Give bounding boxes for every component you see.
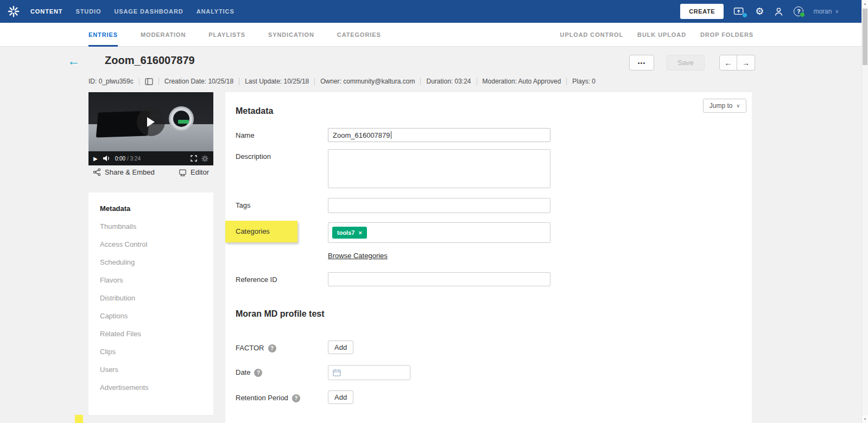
section-item-flavors[interactable]: Flavors: [88, 271, 213, 289]
reference-id-row: Reference ID: [236, 272, 741, 286]
clock-digits: [178, 120, 189, 124]
factor-help-icon[interactable]: ?: [268, 344, 276, 352]
upload-monitor-icon[interactable]: [733, 7, 745, 16]
section-item-advertisements[interactable]: Advertisements: [88, 379, 213, 396]
tab-categories[interactable]: CATEGORIES: [337, 23, 381, 47]
scrollbar-track[interactable]: [862, 8, 868, 415]
retention-add-button[interactable]: Add: [328, 390, 353, 404]
tags-input[interactable]: [328, 198, 550, 213]
top-navigation: CONTENT STUDIO USAGE DASHBOARD ANALYTICS…: [0, 0, 868, 23]
section-item-scheduling[interactable]: Scheduling: [88, 253, 213, 271]
link-upload-control[interactable]: UPLOAD CONTROL: [560, 31, 623, 38]
browse-categories-link[interactable]: Browse Categories: [328, 252, 388, 260]
current-time: 0:00: [115, 156, 125, 162]
creation-date: Creation Date: 10/25/18: [159, 78, 239, 85]
user-menu[interactable]: moran ∨: [813, 8, 839, 15]
tab-syndication[interactable]: SYNDICATION: [268, 23, 314, 47]
highlight-fragment: [75, 415, 83, 423]
kaltura-logo-icon[interactable]: [7, 4, 21, 18]
name-value: Zoom_616007879: [333, 131, 390, 139]
jump-to-button[interactable]: Jump to ∨: [703, 99, 746, 113]
description-input[interactable]: [328, 149, 550, 188]
reference-id-input[interactable]: [328, 272, 550, 286]
chip-close-icon[interactable]: ×: [358, 229, 362, 236]
calendar-icon: [333, 369, 341, 376]
link-bulk-upload[interactable]: BULK UPLOAD: [637, 31, 686, 38]
upload-badge: [742, 12, 747, 18]
content-sub-navigation: ENTRIES MODERATION PLAYLISTS SYNDICATION…: [0, 23, 868, 47]
volume-icon[interactable]: [103, 155, 110, 162]
section-item-clips[interactable]: Clips: [88, 343, 213, 361]
last-update: Last Update: 10/25/18: [239, 78, 314, 85]
date-row: Date ?: [236, 365, 741, 380]
next-entry-button[interactable]: →: [737, 55, 755, 70]
total-time: / 3:24: [127, 156, 141, 162]
share-embed-link[interactable]: Share & Embed: [93, 168, 155, 176]
player-watermark-icon: [201, 155, 208, 162]
factor-row: FACTOR ? Add: [236, 341, 741, 354]
share-icon: [93, 168, 101, 176]
reference-id-label: Reference ID: [236, 272, 328, 286]
user-name: moran: [813, 8, 832, 15]
scroll-down-arrow[interactable]: ▼: [862, 415, 868, 423]
date-input[interactable]: [328, 365, 410, 380]
player-play-icon[interactable]: ▶: [93, 156, 98, 162]
share-embed-label: Share & Embed: [105, 168, 155, 176]
tab-moderation[interactable]: MODERATION: [141, 23, 186, 47]
scroll-up-arrow[interactable]: ▲: [862, 0, 868, 8]
metadata-heading: Metadata: [236, 106, 741, 116]
factor-label-wrap: FACTOR ?: [236, 341, 328, 354]
date-label-wrap: Date ?: [236, 365, 328, 380]
category-chip-label: tools7: [337, 229, 354, 236]
more-actions-button[interactable]: •••: [629, 55, 654, 70]
subnav-right-links: UPLOAD CONTROL BULK UPLOAD DROP FOLDERS: [560, 31, 753, 38]
section-item-users[interactable]: Users: [88, 361, 213, 379]
section-item-related-files[interactable]: Related Files: [88, 325, 213, 343]
categories-input[interactable]: tools7 ×: [328, 222, 550, 243]
section-item-distribution[interactable]: Distribution: [88, 289, 213, 307]
name-input[interactable]: Zoom_616007879: [328, 128, 550, 142]
chevron-down-icon: ∨: [835, 9, 839, 14]
nav-item-usage-dashboard[interactable]: USAGE DASHBOARD: [114, 8, 183, 15]
fullscreen-icon[interactable]: [191, 155, 197, 162]
factor-add-button[interactable]: Add: [328, 341, 353, 354]
factor-label: FACTOR: [236, 344, 264, 352]
nav-item-analytics[interactable]: ANALYTICS: [197, 8, 235, 15]
save-button[interactable]: Save: [667, 55, 705, 70]
previous-entry-button[interactable]: ←: [719, 55, 737, 70]
section-item-access-control[interactable]: Access Control: [88, 235, 213, 253]
retention-label: Retention Period: [236, 394, 288, 402]
user-profile-icon[interactable]: [774, 7, 784, 17]
player-time: 0:00 / 3:24: [115, 156, 141, 162]
editor-link[interactable]: Editor: [179, 168, 209, 176]
video-thumbnail[interactable]: [88, 92, 213, 151]
link-drop-folders[interactable]: DROP FOLDERS: [700, 31, 753, 38]
create-button[interactable]: CREATE: [680, 4, 724, 19]
section-item-captions[interactable]: Captions: [88, 307, 213, 325]
retention-help-icon[interactable]: ?: [292, 394, 300, 402]
nav-item-studio[interactable]: STUDIO: [75, 8, 101, 15]
section-item-thumbnails[interactable]: Thumbnails: [88, 217, 213, 235]
entry-title: Zoom_616007879: [105, 54, 195, 67]
section-item-metadata[interactable]: Metadata: [88, 200, 213, 217]
help-badge: [800, 12, 805, 17]
tab-playlists[interactable]: PLAYLISTS: [208, 23, 245, 47]
tab-entries[interactable]: ENTRIES: [88, 23, 118, 47]
player-control-bar: ▶ 0:00 / 3:24: [88, 151, 213, 165]
media-actions: Share & Embed Editor: [88, 168, 213, 176]
play-button[interactable]: [137, 108, 165, 136]
vertical-scrollbar[interactable]: ▲ ▼: [861, 0, 868, 423]
date-help-icon[interactable]: ?: [254, 369, 262, 377]
help-icon[interactable]: ?: [794, 7, 803, 16]
back-arrow-icon[interactable]: ←: [67, 54, 80, 68]
thumbnail-clock-shape: [169, 106, 194, 131]
text-caret: [391, 131, 391, 139]
owner: Owner: community@kaltura.com: [314, 78, 420, 85]
scrollbar-thumb[interactable]: [863, 9, 867, 65]
gear-icon[interactable]: ⚙: [755, 7, 764, 16]
category-chip: tools7 ×: [332, 227, 367, 239]
nav-item-content[interactable]: CONTENT: [30, 8, 62, 15]
topnav-right-group: CREATE ⚙ ? moran ∨: [680, 4, 839, 19]
entry-sections-nav: Metadata Thumbnails Access Control Sched…: [88, 193, 213, 415]
custom-schema-heading: Moran MD profile test: [236, 309, 741, 319]
